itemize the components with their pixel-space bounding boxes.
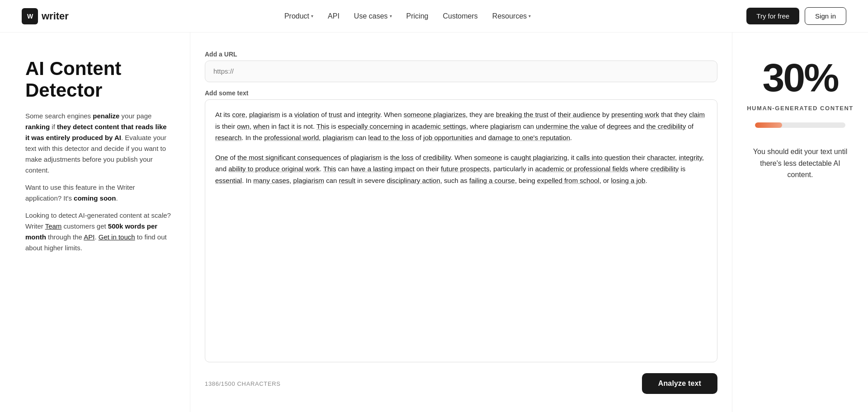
- nav-item-product[interactable]: Product ▾: [284, 12, 313, 20]
- desc-feature: Want to use this feature in the Writer a…: [25, 182, 172, 204]
- nav-label-customers: Customers: [443, 12, 477, 20]
- desc-scale: Looking to detect AI-generated content a…: [25, 210, 172, 253]
- try-for-free-button[interactable]: Try for free: [746, 8, 799, 24]
- chevron-down-icon: ▾: [528, 14, 531, 19]
- sample-paragraph-1: At its core, plagiarism is a violation o…: [215, 109, 707, 144]
- nav-links: Product ▾ API Use cases ▾ Pricing Custom…: [284, 12, 531, 20]
- team-link[interactable]: Team: [45, 222, 62, 230]
- logo-text: writer: [42, 10, 69, 22]
- left-panel: AI Content Detector Some search engines …: [0, 33, 190, 412]
- progress-bar-fill: [755, 122, 782, 128]
- nav-label-resources: Resources: [492, 12, 527, 20]
- sample-paragraph-2: One of the most significant consequences…: [215, 152, 707, 187]
- percent-label: Human-Generated Content: [747, 105, 854, 112]
- nav-item-api[interactable]: API: [328, 12, 340, 20]
- right-panel: 30% Human-Generated Content You should e…: [732, 33, 868, 412]
- nav-label-pricing: Pricing: [406, 12, 429, 20]
- nav-item-use-cases[interactable]: Use cases ▾: [354, 12, 392, 20]
- chevron-down-icon: ▾: [390, 14, 392, 19]
- sign-in-button[interactable]: Sign in: [805, 7, 846, 25]
- nav-item-pricing[interactable]: Pricing: [406, 12, 429, 20]
- get-in-touch-link[interactable]: Get in touch: [99, 233, 135, 241]
- nav-label-product: Product: [284, 12, 309, 20]
- progress-bar: [755, 122, 845, 128]
- logo-icon: W: [22, 8, 38, 24]
- bottom-bar: 1386/1500 CHARACTERS Analyze text: [205, 373, 717, 394]
- analyze-button[interactable]: Analyze text: [642, 373, 717, 394]
- text-section-label: Add some text: [205, 89, 717, 97]
- right-hint: You should edit your text until there's …: [750, 146, 850, 181]
- page-title: AI Content Detector: [25, 58, 172, 102]
- nav-label-api: API: [328, 12, 340, 20]
- nav-item-resources[interactable]: Resources ▾: [492, 12, 531, 20]
- url-section-label: Add a URL: [205, 51, 717, 58]
- ai-percent: 30%: [762, 58, 838, 98]
- logo[interactable]: W writer: [22, 8, 69, 24]
- url-input[interactable]: [213, 67, 709, 75]
- center-panel: Add a URL Add some text At its core, pla…: [190, 33, 732, 412]
- api-link[interactable]: API: [84, 233, 94, 241]
- url-section: Add a URL: [205, 51, 717, 82]
- main-content: AI Content Detector Some search engines …: [0, 33, 868, 412]
- char-count: 1386/1500 CHARACTERS: [205, 380, 281, 387]
- nav-actions: Try for free Sign in: [746, 7, 846, 25]
- text-section: Add some text At its core, plagiarism is…: [205, 89, 717, 362]
- navbar: W writer Product ▾ API Use cases ▾ Prici…: [0, 0, 868, 33]
- desc-penalize: Some search engines penalize your page r…: [25, 111, 172, 176]
- text-area[interactable]: At its core, plagiarism is a violation o…: [205, 99, 717, 362]
- nav-item-customers[interactable]: Customers: [443, 12, 477, 20]
- url-input-wrap: [205, 61, 717, 82]
- chevron-down-icon: ▾: [311, 14, 313, 19]
- nav-label-use-cases: Use cases: [354, 12, 388, 20]
